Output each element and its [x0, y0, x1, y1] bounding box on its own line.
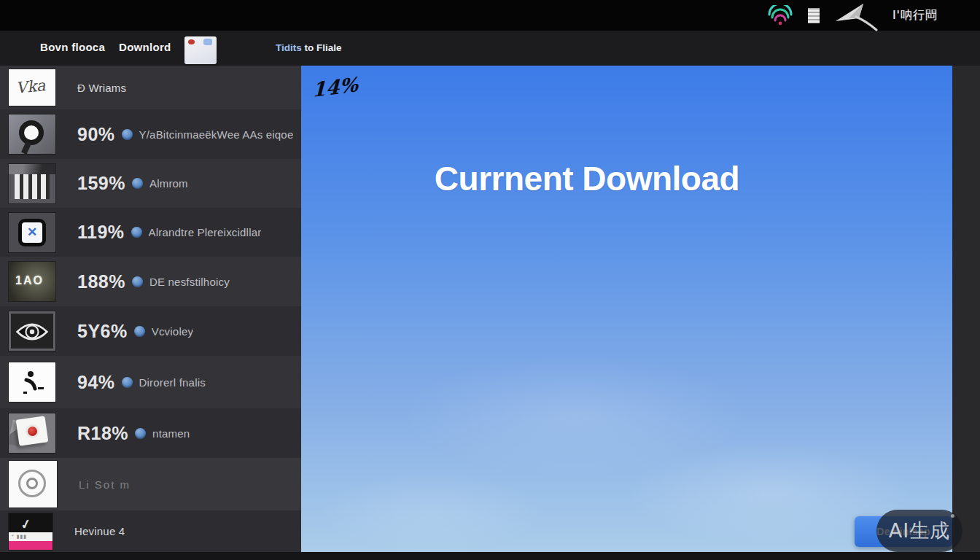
right-margin-panel [952, 31, 980, 560]
progress-percent: 5Y6% [77, 321, 128, 342]
pink-band-shape [9, 541, 52, 550]
status-dot-icon [134, 326, 145, 337]
list-item-ntamen[interactable]: R18% ntamen [0, 408, 301, 458]
download-list-sidebar: Vka Ð Wriams 90% Y/aBitcinmaeëkWee AAs e… [0, 66, 301, 552]
figure-icon [9, 362, 55, 402]
bottom-edge-strip [0, 552, 980, 560]
wifi-arcs-icon [767, 5, 793, 26]
menu-item-download[interactable]: Downlord [119, 41, 171, 53]
handwritten-progress-note: 14% [312, 73, 358, 101]
list-item-90[interactable]: 90% Y/aBitcinmaeëkWee AAs eiqoe [0, 109, 301, 159]
circle-tail [21, 141, 31, 154]
list-item-alrandtre[interactable]: ✕ 119% Alrandtre Plereixcidllar [0, 208, 301, 257]
item-label: Hevinue 4 [74, 525, 125, 537]
list-item-de[interactable]: 1AO 188% DE nesfstilhoicy [0, 257, 301, 306]
figure-thumbnail [9, 362, 55, 402]
item-label: Vcvioley [152, 325, 193, 338]
progress-percent: 94% [77, 372, 115, 393]
item-label: Dirorerl fnalis [139, 376, 206, 389]
roof-shape [9, 164, 55, 174]
document-lines-icon [806, 6, 821, 26]
list-item-dirorerl[interactable]: 94% Dirorerl fnalis [0, 356, 301, 408]
blue-cross-thumbnail: ✕ [9, 213, 55, 252]
thumbnail-text: Vka [15, 77, 47, 97]
scribble-thumbnail: Vka [9, 69, 55, 106]
list-item-lisot[interactable]: Li Sot m [0, 458, 301, 510]
columns-shape [15, 174, 50, 199]
disc-thumbnail [9, 413, 55, 453]
status-clock-text: I'呐行閊 [892, 8, 938, 23]
item-label: Ð Wriams [77, 82, 126, 94]
status-bar: I'呐行閊 [0, 0, 980, 31]
list-item-vcvioley[interactable]: 5Y6% Vcvioley [0, 306, 301, 356]
ai-generated-watermark: AI生成 [876, 510, 962, 552]
progress-percent: 159% [77, 173, 125, 194]
blue-dot-icon [203, 39, 212, 45]
check-mark-glyph: ✓ [19, 515, 33, 533]
watermark-dot [951, 514, 954, 518]
item-label: ntamen [152, 427, 190, 440]
watermark-text: AI生成 [889, 518, 950, 544]
speaker-thumbnail [9, 461, 57, 508]
app-header-bar: Bovn flooca Downlord Tidits to Fliale [0, 31, 980, 66]
status-dot-icon [122, 377, 133, 388]
list-item-wriams[interactable]: Vka Ð Wriams [0, 66, 301, 109]
page-title: Currnent Download [412, 159, 762, 198]
item-label: Alrandtre Plereixcidllar [149, 226, 262, 238]
header-link-prefix: Tidits [276, 42, 302, 53]
pink-stripe-thumbnail: ✓ * ▮▮▮ [9, 513, 52, 550]
status-dot-icon [135, 428, 146, 439]
status-dot-icon [132, 178, 143, 189]
progress-percent: 188% [77, 271, 125, 292]
inner-ring-shape [26, 478, 38, 489]
item-label: Li Sot m [79, 478, 131, 491]
app-thumbnail-icon[interactable] [184, 36, 217, 64]
app-window: I'呐行閊 Bovn flooca Downlord Tidits to Fli… [0, 0, 980, 560]
red-dot-icon [188, 39, 195, 44]
item-label: DE nesfstilhoicy [149, 276, 230, 288]
stencil-thumbnail: 1AO [9, 262, 55, 301]
circle-glyph [19, 120, 44, 145]
eye-thumbnail [9, 311, 55, 351]
label-strip: * ▮▮▮ [9, 532, 52, 541]
list-item-almrom[interactable]: 159% Almrom [0, 159, 301, 208]
progress-percent: 90% [77, 124, 115, 145]
menu-item-bovn-flooca[interactable]: Bovn flooca [40, 41, 105, 53]
thumbnail-text: 1AO [15, 274, 44, 287]
header-link[interactable]: Tidits to Fliale [276, 42, 342, 53]
ring-thumbnail [9, 114, 55, 154]
blue-cross-glyph: ✕ [22, 222, 42, 243]
header-link-rest: to Fliale [302, 42, 342, 53]
progress-percent: 119% [77, 222, 125, 243]
progress-percent: R18% [77, 423, 128, 444]
list-item-hevinue[interactable]: ✓ * ▮▮▮ Hevinue 4 [0, 510, 301, 552]
red-disc-icon [28, 427, 37, 436]
columns-thumbnail [9, 164, 55, 203]
eye-icon [14, 321, 50, 343]
status-dot-icon [132, 276, 143, 287]
paper-plane-cursor-icon [834, 2, 879, 31]
item-label: Almrom [149, 177, 188, 190]
status-dot-icon [131, 227, 142, 238]
status-dot-icon [122, 129, 133, 140]
current-download-panel: 14% Currnent Download Deminlsap [301, 66, 952, 552]
item-label: Y/aBitcinmaeëkWee AAs eiqoe [139, 128, 294, 141]
